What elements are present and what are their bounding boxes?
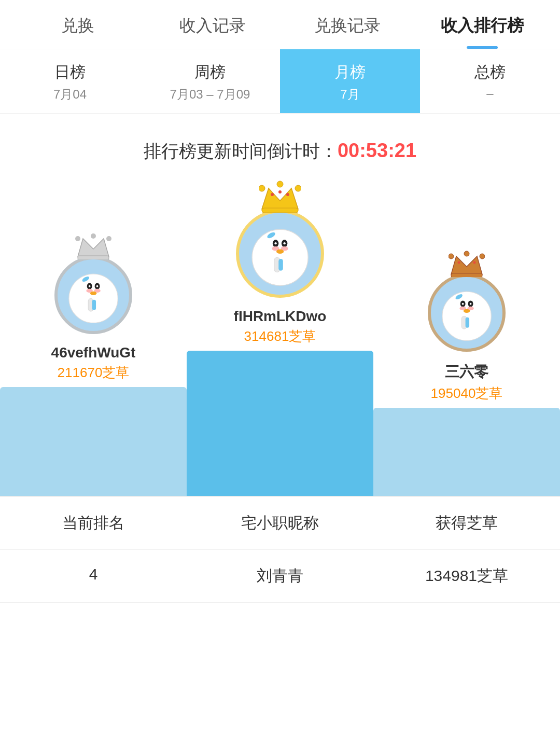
period-daily-sub: 7月04 — [5, 86, 135, 103]
svg-rect-4 — [78, 256, 109, 259]
podium-second: 46vefhWuGt 211670芝草 — [0, 231, 187, 496]
svg-rect-17 — [92, 300, 96, 310]
first-place-name: fIHRmLKDwo — [234, 308, 327, 325]
svg-point-22 — [271, 193, 274, 196]
countdown-area: 排行榜更新时间倒计时：00:53:21 — [0, 114, 560, 179]
rank-table: 当前排名 宅小职昵称 获得芝草 4 刘青青 134981芝草 — [0, 496, 560, 603]
svg-point-31 — [274, 242, 276, 244]
table-row: 4 刘青青 134981芝草 — [0, 550, 560, 603]
period-weekly[interactable]: 周榜 7月03 – 7月09 — [140, 49, 280, 113]
col-rank-header: 当前排名 — [0, 497, 187, 549]
countdown-time: 00:53:21 — [338, 140, 416, 161]
period-daily-label: 日榜 — [5, 62, 135, 83]
svg-marker-39 — [451, 256, 482, 274]
svg-point-11 — [96, 285, 99, 287]
period-monthly[interactable]: 月榜 7月 — [280, 49, 420, 113]
svg-point-3 — [106, 236, 111, 241]
podium-container: 46vefhWuGt 211670芝草 — [0, 179, 560, 496]
svg-point-51 — [462, 303, 464, 305]
svg-point-14 — [90, 292, 96, 295]
first-avatar — [236, 210, 324, 298]
svg-point-41 — [464, 251, 469, 256]
tab-income-rank[interactable]: 收入排行榜 — [415, 0, 550, 49]
second-avatar — [54, 256, 132, 334]
svg-point-35 — [276, 249, 284, 254]
svg-point-19 — [259, 185, 265, 191]
period-weekly-label: 周榜 — [145, 62, 275, 83]
podium-third-info: 三六零 195040芝草 — [373, 357, 560, 408]
countdown-label: 排行榜更新时间倒计时： — [144, 141, 338, 161]
tab-income-record[interactable]: 收入记录 — [145, 0, 280, 49]
svg-marker-0 — [78, 239, 109, 257]
tab-exchange[interactable]: 兑换 — [10, 0, 145, 49]
svg-point-20 — [277, 181, 283, 187]
podium-third-avatar-area — [428, 248, 506, 357]
svg-point-44 — [473, 261, 476, 264]
podium-first: fIHRmLKDwo 314681芝草 — [187, 179, 373, 496]
period-total-label: 总榜 — [425, 62, 555, 83]
svg-point-40 — [449, 254, 454, 259]
svg-point-21 — [295, 185, 301, 191]
second-place-platform — [0, 387, 187, 496]
first-place-platform — [187, 351, 373, 496]
svg-point-2 — [91, 233, 96, 239]
third-avatar — [428, 274, 506, 352]
row-score: 134981芝草 — [373, 550, 560, 602]
svg-point-43 — [458, 261, 460, 264]
svg-point-23 — [286, 193, 289, 196]
tab-exchange-record[interactable]: 兑换记录 — [280, 0, 415, 49]
svg-point-52 — [470, 303, 472, 305]
third-place-score: 195040芝草 — [431, 384, 503, 403]
second-crown-icon — [75, 231, 111, 264]
period-total[interactable]: 总榜 – — [420, 49, 560, 113]
period-selector: 日榜 7月04 周榜 7月03 – 7月09 月榜 7月 总榜 – — [0, 49, 560, 114]
podium-second-info: 46vefhWuGt 211670芝草 — [0, 339, 187, 387]
period-daily[interactable]: 日榜 7月04 — [0, 49, 140, 113]
second-place-name: 46vefhWuGt — [51, 344, 136, 361]
svg-point-24 — [278, 190, 282, 194]
period-weekly-sub: 7月03 – 7月09 — [145, 86, 275, 103]
third-place-name: 三六零 — [445, 362, 488, 382]
podium-first-info: fIHRmLKDwo 314681芝草 — [187, 303, 373, 351]
period-monthly-label: 月榜 — [285, 62, 415, 83]
second-place-score: 211670芝草 — [58, 364, 130, 382]
svg-rect-58 — [466, 317, 469, 328]
col-name-header: 宅小职昵称 — [187, 497, 373, 549]
svg-point-1 — [75, 236, 80, 241]
row-name: 刘青青 — [187, 550, 373, 602]
svg-point-32 — [283, 242, 285, 244]
col-score-header: 获得芝草 — [373, 497, 560, 549]
rank-table-header: 当前排名 宅小职昵称 获得芝草 — [0, 497, 560, 550]
podium-third: 三六零 195040芝草 — [373, 248, 560, 496]
podium-second-avatar-area — [54, 231, 132, 339]
svg-rect-25 — [262, 208, 298, 213]
svg-point-55 — [464, 309, 470, 313]
svg-point-10 — [89, 285, 91, 287]
third-crown-icon — [449, 248, 485, 281]
svg-rect-38 — [278, 259, 283, 271]
svg-point-42 — [480, 254, 485, 259]
podium-first-avatar-area — [236, 179, 324, 303]
top-nav: 兑换 收入记录 兑换记录 收入排行榜 — [0, 0, 560, 49]
period-total-sub: – — [425, 86, 555, 101]
row-rank: 4 — [0, 550, 187, 602]
first-crown-icon — [259, 179, 301, 217]
period-monthly-sub: 7月 — [285, 86, 415, 103]
first-place-score: 314681芝草 — [244, 327, 316, 346]
svg-rect-45 — [451, 273, 482, 277]
third-place-platform — [373, 408, 560, 496]
